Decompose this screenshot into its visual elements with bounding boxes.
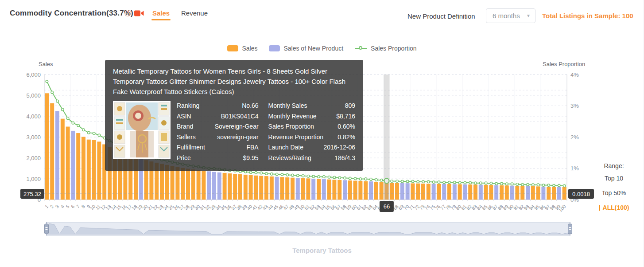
bar-sales[interactable] (421, 184, 425, 200)
bar-sales[interactable] (76, 133, 80, 200)
bar-sales[interactable] (233, 174, 237, 200)
bar-sales[interactable] (223, 173, 227, 200)
line-point[interactable] (56, 100, 59, 102)
bar-sales[interactable] (81, 137, 85, 200)
line-point[interactable] (354, 177, 357, 180)
line-point[interactable] (62, 108, 64, 111)
line-point[interactable] (333, 176, 336, 179)
bar-new-product[interactable] (207, 171, 211, 200)
bar-new-product[interactable] (453, 184, 457, 200)
bar-sales[interactable] (244, 175, 248, 200)
line-point[interactable] (307, 175, 310, 177)
line-point[interactable] (432, 181, 435, 184)
bar-sales[interactable] (536, 186, 540, 200)
bar-new-product[interactable] (557, 187, 561, 200)
line-point[interactable] (532, 184, 535, 186)
bar-sales[interactable] (249, 175, 253, 200)
bar-new-product[interactable] (71, 131, 75, 200)
bar-sales[interactable] (364, 181, 368, 200)
bar-sales[interactable] (291, 178, 295, 200)
bar-new-product[interactable] (406, 183, 410, 200)
bar-new-product[interactable] (510, 186, 514, 200)
bar-sales[interactable] (202, 171, 206, 200)
line-point[interactable] (396, 180, 399, 183)
bar-new-product[interactable] (343, 180, 347, 200)
bar-new-product[interactable] (212, 172, 216, 200)
bar-sales[interactable] (45, 93, 49, 200)
line-point[interactable] (365, 178, 367, 181)
line-point[interactable] (244, 170, 247, 173)
line-point[interactable] (328, 176, 330, 178)
line-point[interactable] (275, 173, 278, 176)
bar-sales[interactable] (489, 185, 493, 200)
line-point[interactable] (286, 174, 289, 177)
line-point[interactable] (318, 176, 320, 178)
bar-new-product[interactable] (369, 181, 373, 200)
slider-handle-right[interactable] (568, 224, 572, 234)
bar-new-product[interactable] (400, 183, 404, 200)
line-point[interactable] (46, 80, 48, 83)
line-point[interactable] (271, 173, 273, 175)
bar-sales[interactable] (280, 177, 284, 200)
line-point[interactable] (563, 185, 566, 187)
line-point[interactable] (375, 179, 378, 181)
bar-sales[interactable] (374, 182, 378, 200)
bar-sales[interactable] (61, 119, 65, 200)
bar-sales[interactable] (50, 103, 54, 200)
bar-sales[interactable] (563, 187, 566, 200)
bar-sales[interactable] (87, 140, 91, 200)
bar-sales[interactable] (468, 185, 472, 200)
line-point[interactable] (454, 181, 456, 184)
line-point[interactable] (422, 181, 425, 183)
line-point[interactable] (93, 132, 95, 135)
bar-sales[interactable] (270, 177, 274, 200)
bar-new-product[interactable] (296, 178, 300, 200)
line-point[interactable] (464, 181, 466, 184)
bar-new-product[interactable] (541, 187, 545, 200)
bar-sales[interactable] (197, 170, 201, 200)
line-point[interactable] (521, 183, 524, 186)
line-point[interactable] (474, 182, 477, 185)
line-point[interactable] (255, 172, 257, 174)
line-point-highlighted[interactable] (384, 178, 389, 183)
bar-sales[interactable] (447, 184, 451, 200)
line-point[interactable] (547, 184, 550, 187)
line-point[interactable] (443, 181, 446, 184)
bar-sales[interactable] (411, 183, 415, 200)
line-point[interactable] (281, 173, 283, 176)
line-point[interactable] (427, 181, 430, 183)
bar-new-product[interactable] (55, 111, 59, 200)
line-point[interactable] (469, 181, 472, 184)
bar-sales[interactable] (547, 187, 551, 200)
bar-new-product[interactable] (442, 184, 446, 200)
line-point[interactable] (480, 182, 482, 185)
bar-sales[interactable] (458, 185, 462, 200)
bar-sales[interactable] (395, 183, 399, 200)
line-point[interactable] (82, 129, 85, 131)
bar-sales[interactable] (500, 185, 504, 200)
line-point[interactable] (51, 91, 54, 94)
bar-sales[interactable] (332, 180, 336, 200)
bar-sales[interactable] (92, 140, 96, 200)
line-point[interactable] (291, 174, 294, 177)
line-point[interactable] (249, 171, 252, 174)
line-point[interactable] (401, 180, 404, 183)
line-point[interactable] (265, 173, 268, 175)
bar-sales[interactable] (264, 176, 268, 200)
line-point[interactable] (527, 183, 529, 186)
bar-sales[interactable] (552, 187, 556, 200)
bar-new-product[interactable] (217, 173, 221, 200)
line-point[interactable] (77, 124, 80, 127)
line-point[interactable] (495, 182, 498, 185)
line-point[interactable] (391, 180, 393, 183)
bar-sales[interactable] (228, 173, 232, 200)
line-point[interactable] (542, 184, 545, 187)
bar-sales[interactable] (186, 169, 190, 200)
line-point[interactable] (88, 131, 90, 134)
bar-sales[interactable] (348, 181, 352, 200)
bar-sales[interactable] (285, 177, 289, 200)
line-point[interactable] (380, 179, 383, 181)
slider-handle-left[interactable] (45, 224, 49, 234)
line-point[interactable] (511, 183, 513, 185)
line-point[interactable] (490, 182, 493, 185)
